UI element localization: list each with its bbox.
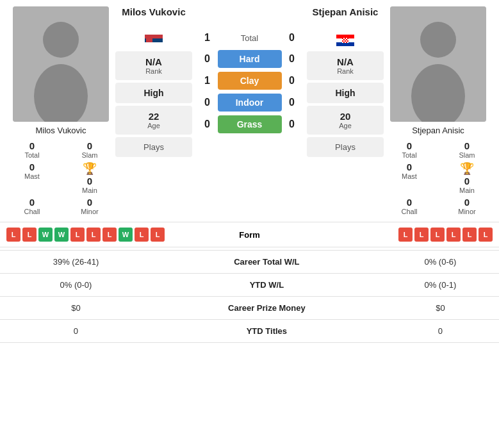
left-minor-stat: 0 Minor	[64, 197, 115, 215]
left-plays-label: Plays	[122, 142, 186, 152]
right-total-label: Total	[402, 151, 416, 159]
total-center-label: Total	[218, 33, 282, 43]
svg-rect-19	[345, 40, 346, 42]
svg-rect-14	[345, 38, 346, 39]
left-player-name: Milos Vukovic	[36, 126, 86, 135]
stats-label-3: YTD Titles	[152, 320, 382, 343]
left-chall-stat: 0 Chall	[6, 197, 58, 215]
right-total-stat: 0 Total	[384, 140, 435, 159]
form-center-label: Form	[186, 230, 314, 240]
right-slam-value: 0	[464, 140, 470, 151]
stats-row-3: 0YTD Titles0	[0, 320, 499, 343]
right-slam-stat: 0 Slam	[441, 140, 493, 159]
left-flag	[145, 35, 163, 46]
right-rank-label: Rank	[313, 67, 377, 75]
stats-label-0: Career Total W/L	[152, 251, 382, 274]
right-form-badge-l: L	[462, 228, 477, 242]
right-player-stats: 0 Total 0 Slam 0 Mast 🏆 0 Main 0	[384, 140, 493, 215]
clay-right-score: 0	[287, 75, 297, 87]
grass-row: 0 Grass 0	[195, 115, 304, 133]
right-chall-label: Chall	[401, 208, 417, 215]
left-rank-label: Rank	[122, 67, 186, 75]
right-player-name-top: Stjepan Anisic	[313, 6, 379, 32]
left-player-stats: 0 Total 0 Slam 0 Mast 🏆 0 Main 0	[6, 140, 115, 215]
left-form-badge-l: L	[135, 228, 149, 242]
left-age-label: Age	[122, 122, 186, 129]
right-mast-value: 0	[407, 162, 412, 172]
right-form-badge-l: L	[479, 228, 493, 242]
left-rank-value: N/A	[122, 56, 186, 67]
hard-left-score: 0	[202, 53, 213, 65]
right-player-photo	[390, 6, 486, 122]
svg-rect-8	[147, 38, 152, 42]
left-form-badge-l: L	[102, 228, 117, 242]
form-section: LLWWLLLWLL Form LLLLLL	[0, 222, 499, 247]
left-form-badge-l: L	[6, 228, 20, 242]
svg-rect-21	[343, 42, 345, 43]
left-rank-box: N/A Rank	[115, 51, 192, 80]
indoor-badge: Indoor	[218, 94, 282, 112]
left-total-value: 0	[29, 140, 35, 151]
left-mast-label: Mast	[24, 172, 40, 180]
right-form-badges: LLLLLL	[314, 228, 493, 242]
clay-left-score: 1	[202, 75, 213, 87]
svg-rect-17	[346, 39, 347, 40]
indoor-row: 0 Indoor 0	[195, 94, 304, 112]
stats-left-3: 0	[0, 320, 152, 343]
left-chall-value: 0	[29, 197, 35, 208]
stats-row-0: 39% (26-41)Career Total W/L0% (0-6)	[0, 251, 499, 274]
left-trophy-icon: 🏆	[83, 162, 97, 176]
main-container: Milos Vukovic 0 Total 0 Slam 0 Mast 🏆 0	[0, 0, 499, 343]
total-row: 1 Total 0	[195, 32, 304, 44]
svg-point-24	[420, 22, 456, 58]
stats-right-2: $0	[382, 297, 499, 320]
hard-badge: Hard	[218, 50, 282, 68]
stats-right-0: 0% (0-6)	[382, 251, 499, 274]
right-player-name: Stjepan Anisic	[412, 126, 464, 135]
left-slam-label: Slam	[81, 151, 97, 159]
indoor-left-score: 0	[202, 97, 213, 108]
stats-row-1: 0% (0-0)YTD W/L0% (0-1)	[0, 274, 499, 297]
right-minor-value: 0	[464, 197, 470, 208]
right-plays-label: Plays	[313, 142, 377, 152]
left-form-badge-l: L	[151, 228, 165, 242]
right-age-box: 20 Age	[307, 106, 384, 135]
left-player-photo	[13, 6, 109, 122]
left-total-label: Total	[24, 151, 39, 159]
left-highlow-value: High	[122, 88, 186, 98]
left-main-value: 0	[87, 176, 92, 187]
right-player-card: Stjepan Anisic 0 Total 0 Slam 0 Mast 🏆 0	[384, 6, 493, 215]
clay-badge: Clay	[218, 72, 282, 90]
bottom-stats-table: 39% (26-41)Career Total W/L0% (0-6)0% (0…	[0, 250, 499, 343]
left-form-badge-w: W	[119, 228, 133, 242]
right-minor-label: Minor	[458, 208, 476, 215]
svg-rect-13	[342, 38, 343, 39]
right-form-badge-l: L	[430, 228, 445, 242]
right-trophy-icon: 🏆	[460, 162, 474, 176]
left-player-card: Milos Vukovic 0 Total 0 Slam 0 Mast 🏆 0	[6, 6, 115, 215]
hard-right-score: 0	[287, 53, 297, 65]
right-flag	[336, 35, 354, 46]
right-form-badge-l: L	[414, 228, 429, 242]
left-chall-label: Chall	[24, 208, 40, 215]
right-main-label: Main	[459, 187, 475, 194]
right-form-badge-l: L	[446, 228, 461, 242]
left-form-badge-l: L	[22, 228, 37, 242]
svg-rect-20	[347, 40, 348, 42]
left-highlow-box: High	[115, 83, 192, 103]
left-slam-value: 0	[87, 140, 92, 151]
left-slam-stat: 0 Slam	[64, 140, 115, 159]
total-left-score: 1	[202, 32, 213, 44]
right-age-label: Age	[313, 122, 377, 129]
right-highlow-box: High	[307, 83, 384, 103]
grass-badge: Grass	[218, 115, 282, 133]
left-main-stat: 🏆 0 Main	[64, 162, 115, 194]
left-form-badge-w: W	[54, 228, 69, 242]
svg-rect-15	[347, 38, 348, 39]
left-main-label: Main	[82, 187, 97, 194]
grass-right-score: 0	[287, 119, 297, 130]
left-form-badge-l: L	[86, 228, 101, 242]
svg-rect-18	[342, 40, 343, 42]
right-plays-box: Plays	[307, 137, 384, 157]
left-form-badge-l: L	[70, 228, 85, 242]
